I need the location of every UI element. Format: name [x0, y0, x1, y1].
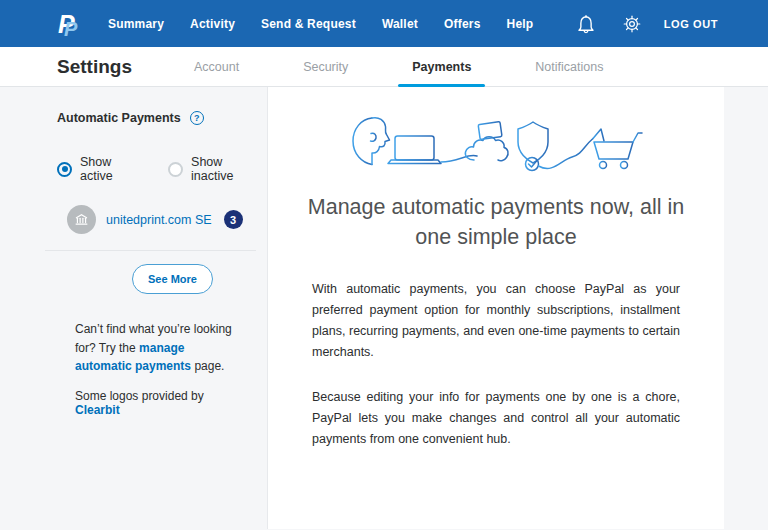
filter-radio-group: Show active Show inactive	[57, 155, 267, 183]
merchant-avatar	[67, 205, 96, 234]
merchant-link[interactable]: unitedprint.com SE	[106, 213, 212, 227]
paypal-logo-icon[interactable]: P P	[57, 10, 81, 38]
right-gutter	[724, 87, 768, 529]
show-active-radio[interactable]	[57, 162, 72, 177]
nav-item-offers[interactable]: Offers	[431, 17, 494, 31]
show-inactive-radio[interactable]	[168, 162, 183, 177]
bell-icon[interactable]	[576, 14, 596, 34]
cant-find-note: Can’t find what you’re looking for? Try …	[75, 320, 243, 376]
page-title: Settings	[57, 56, 132, 78]
tab-account[interactable]: Account	[162, 47, 271, 86]
top-navbar: P P Summary Activity Send & Request Wall…	[0, 0, 768, 47]
nav-item-help[interactable]: Help	[494, 17, 547, 31]
content-heading: Manage automatic payments now, all in on…	[301, 192, 691, 252]
navbar-actions: LOG OUT	[550, 14, 718, 34]
automatic-payments-sidebar: Automatic Payments ? Show active Show in…	[0, 87, 268, 529]
content-paragraph-2: Because editing your info for payments o…	[312, 387, 680, 450]
see-more-button[interactable]: See More	[132, 264, 213, 294]
payment-count-badge: 3	[224, 210, 243, 229]
logos-text: Some logos provided by	[75, 389, 204, 403]
clearbit-link[interactable]: Clearbit	[75, 403, 120, 417]
settings-header: Settings Account Security Payments Notif…	[0, 47, 768, 87]
nav-item-wallet[interactable]: Wallet	[369, 17, 431, 31]
merchant-list-item[interactable]: unitedprint.com SE 3	[67, 205, 267, 234]
nav-item-summary[interactable]: Summary	[95, 17, 177, 31]
tab-notifications[interactable]: Notifications	[503, 47, 635, 86]
tab-security[interactable]: Security	[271, 47, 380, 86]
primary-nav: Summary Activity Send & Request Wallet O…	[95, 17, 546, 31]
automatic-payments-illustration	[343, 109, 649, 178]
log-out-button[interactable]: LOG OUT	[664, 18, 718, 30]
settings-tabs: Account Security Payments Notifications	[162, 47, 635, 86]
sidebar-section-title-row: Automatic Payments ?	[57, 111, 267, 125]
sidebar-section-title: Automatic Payments	[57, 111, 181, 125]
help-icon[interactable]: ?	[190, 111, 204, 125]
nav-item-activity[interactable]: Activity	[177, 17, 248, 31]
show-inactive-label[interactable]: Show inactive	[191, 155, 267, 183]
tab-payments[interactable]: Payments	[380, 47, 503, 86]
show-active-label[interactable]: Show active	[80, 155, 146, 183]
logos-note: Some logos provided by Clearbit	[75, 389, 243, 417]
main-content: Manage automatic payments now, all in on…	[268, 87, 724, 529]
gear-icon[interactable]	[622, 14, 642, 34]
nav-item-send-request[interactable]: Send & Request	[248, 17, 369, 31]
svg-text:P: P	[64, 18, 78, 38]
cant-find-text-after: page.	[191, 359, 224, 373]
content-paragraph-1: With automatic payments, you can choose …	[312, 279, 680, 363]
page-body: Automatic Payments ? Show active Show in…	[0, 87, 768, 529]
sidebar-divider	[45, 250, 256, 251]
